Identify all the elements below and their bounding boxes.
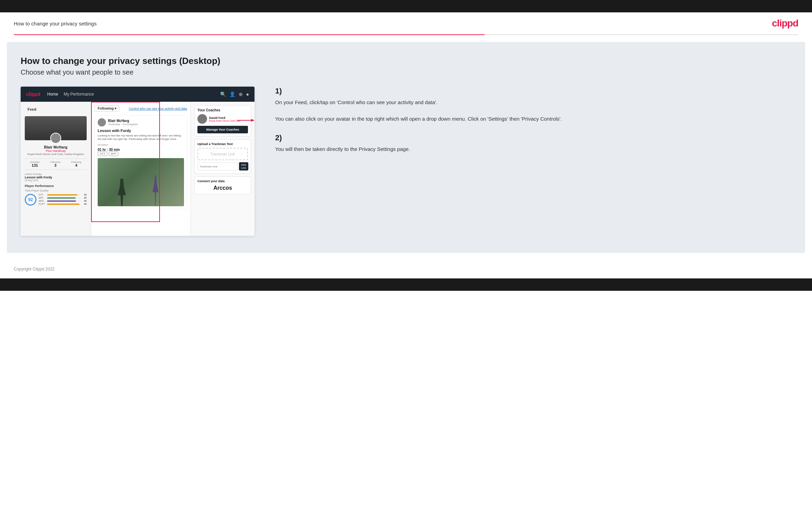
content-layout: clippd Home My Performance 🔍 👤 ⊕ ● Feed	[21, 87, 791, 236]
main-content: How to change your privacy settings (Des…	[7, 42, 805, 253]
post-description: Looking to feel like my hands are exitin…	[98, 134, 184, 141]
step1-number: 1)	[275, 87, 791, 96]
post-user-info: Blair McHarg Yesterday · Sunningdale	[108, 119, 138, 126]
bar-ott: OTT 90	[39, 194, 87, 196]
avatar	[50, 133, 61, 144]
manage-coaches-button[interactable]: Manage Your Coaches	[197, 126, 248, 133]
coach-info: David Ford Royal North Devon Golf Club	[209, 116, 240, 122]
app-feed: Following ▾ Control who can see your act…	[91, 102, 191, 236]
coach-club: Royal North Devon Golf Club	[209, 120, 240, 122]
step1-text: On your Feed, click/tap on 'Control who …	[275, 98, 791, 123]
coach-avatar	[197, 114, 207, 124]
stat-followers: Followers 3	[50, 161, 61, 167]
coaches-title: Your Coaches	[197, 108, 248, 112]
top-bar	[0, 0, 812, 12]
profile-stats: Activities 131 Followers 3 Following 4	[25, 158, 87, 170]
tag-ott: OTT	[98, 152, 107, 156]
search-icon[interactable]: 🔍	[220, 91, 226, 97]
trackman-title: Upload a Trackman Test	[197, 142, 248, 146]
coach-item: David Ford Royal North Devon Golf Club	[197, 114, 248, 124]
player-performance-section: Player Performance Total Player Quality …	[25, 184, 87, 206]
stat-activities: Activities 131	[30, 161, 40, 167]
bottom-bar	[0, 278, 812, 291]
header: How to change your privacy settings clip…	[0, 12, 812, 34]
logo: clippd	[772, 18, 798, 29]
screenshot-area: clippd Home My Performance 🔍 👤 ⊕ ● Feed	[21, 87, 255, 236]
copyright: Copyright Clippd 2022	[14, 267, 55, 272]
page-title: How to change your privacy settings	[14, 21, 97, 26]
app-navbar: clippd Home My Performance 🔍 👤 ⊕ ●	[21, 87, 255, 102]
trackman-placeholder: Trackman Link	[197, 148, 248, 160]
plus-icon[interactable]: ⊕	[239, 91, 243, 97]
footer: Copyright Clippd 2022	[0, 260, 812, 278]
golfer-2	[150, 175, 162, 206]
trackman-input[interactable]	[197, 162, 238, 170]
post-duration-value: 01 hr : 30 min	[98, 148, 184, 152]
post-avatar	[98, 118, 106, 126]
feed-controls: Following ▾ Control who can see your act…	[95, 105, 187, 112]
feed-tab[interactable]: Feed	[25, 106, 87, 113]
post-title: Lesson with Fordy	[98, 129, 184, 133]
post-image	[98, 158, 184, 206]
bar-app: APP 85	[39, 197, 87, 199]
post-header: Blair McHarg Yesterday · Sunningdale	[98, 118, 184, 126]
app-right-panel: Your Coaches David Ford Royal North Devo…	[191, 102, 255, 236]
coach-name: David Ford	[209, 116, 240, 120]
app-sidebar: Feed Blair McHarg Plus Handicap Royal No…	[21, 102, 91, 236]
connect-title: Connect your data	[197, 179, 248, 183]
tag-app: APP	[109, 152, 118, 156]
bar-arg: ARG 86	[39, 200, 87, 202]
avatar-icon[interactable]: ●	[246, 91, 249, 97]
quality-bars: OTT 90 APP 85 ARG	[39, 194, 87, 206]
trackman-section: Upload a Trackman Test Trackman Link Add…	[194, 139, 251, 174]
pp-body: 92 OTT 90 APP 85	[25, 194, 87, 206]
trackman-input-row: Add Link	[197, 162, 248, 170]
following-button[interactable]: Following ▾	[95, 105, 119, 112]
profile-handicap: Plus Handicap	[25, 149, 87, 153]
step2-text: You will then be taken directly to the P…	[275, 145, 791, 153]
bar-putt: PUTT 96	[39, 203, 87, 205]
user-icon[interactable]: 👤	[229, 91, 235, 97]
nav-my-performance[interactable]: My Performance	[64, 92, 94, 97]
instruction-step2: 2) You will then be taken directly to th…	[275, 133, 791, 153]
nav-icons: 🔍 👤 ⊕ ●	[220, 91, 249, 97]
step2-number: 2)	[275, 133, 791, 142]
app-body: Feed Blair McHarg Plus Handicap Royal No…	[21, 102, 255, 236]
app-navbar-logo: clippd	[26, 91, 40, 97]
nav-home[interactable]: Home	[47, 92, 58, 97]
main-heading: How to change your privacy settings (Des…	[21, 56, 791, 66]
post-card: Blair McHarg Yesterday · Sunningdale Les…	[95, 115, 187, 209]
instruction-step1: 1) On your Feed, click/tap on 'Control w…	[275, 87, 791, 123]
profile-image-area	[25, 116, 87, 140]
header-divider	[14, 34, 798, 35]
profile-club: Royal North Devon Golf Club, United King…	[25, 153, 87, 156]
instructions-area: 1) On your Feed, click/tap on 'Control w…	[268, 87, 791, 164]
quality-score: 92	[25, 194, 36, 206]
arccos-logo: Arccos	[197, 185, 248, 191]
main-subheading: Choose what you want people to see	[21, 68, 791, 76]
post-duration-label: Duration	[98, 143, 184, 146]
add-link-button[interactable]: Add Link	[239, 162, 248, 170]
profile-info: Blair McHarg Plus Handicap Royal North D…	[25, 145, 87, 156]
coaches-section: Your Coaches David Ford Royal North Devo…	[194, 105, 251, 136]
golfer-1	[115, 179, 129, 206]
control-link[interactable]: Control who can see your activity and da…	[129, 107, 187, 110]
post-tags: OTT APP	[98, 152, 184, 156]
latest-activity-section: Latest Activity Lesson with Fordy 03 Aug…	[25, 173, 87, 181]
connect-section: Connect your data Arccos	[194, 176, 251, 194]
profile-name: Blair McHarg	[25, 145, 87, 149]
stat-following: Following 4	[71, 161, 82, 167]
